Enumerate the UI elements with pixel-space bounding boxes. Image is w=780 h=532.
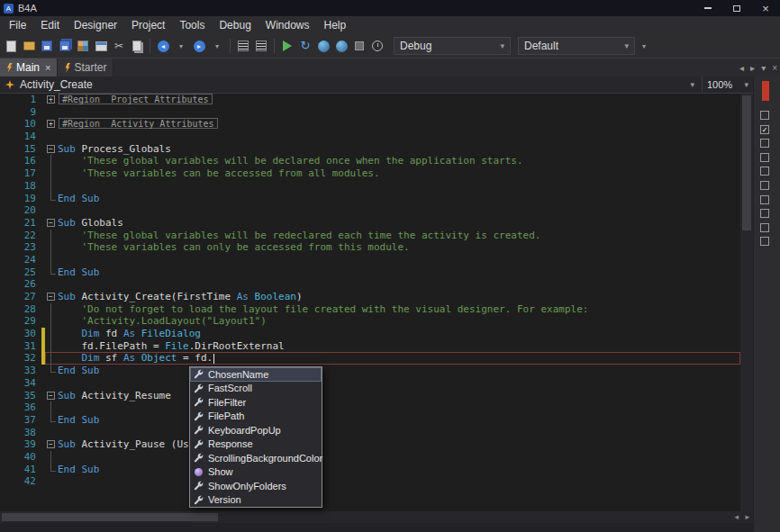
line-number[interactable]: 34 [0, 377, 41, 390]
sub-navigation-bar[interactable]: Activity_Create ▾ 100% ▾ [0, 77, 753, 94]
fold-toggle-icon[interactable]: − [47, 440, 55, 448]
line-number[interactable]: 39 [0, 438, 41, 451]
wireless-connect-icon[interactable] [332, 35, 350, 57]
editor-line[interactable]: 25End Sub [0, 266, 740, 279]
editor-line[interactable]: 22 'These global variables will be redec… [0, 230, 740, 242]
panel-checkbox[interactable] [760, 181, 769, 190]
menu-item-edit[interactable]: Edit [33, 16, 67, 34]
horizontal-scrollbar-thumb[interactable] [2, 513, 218, 521]
uncomment-icon[interactable] [252, 35, 270, 57]
completion-item-version[interactable]: Version [190, 493, 322, 508]
zoom-select[interactable]: 100% ▾ [703, 77, 753, 94]
tab-scroll-left-icon[interactable]: ◂ [739, 63, 744, 73]
completion-item-filepath[interactable]: FilePath [190, 410, 322, 424]
line-number[interactable]: 37 [0, 414, 41, 427]
editor-line[interactable]: 40 [0, 451, 740, 464]
line-number[interactable]: 42 [0, 475, 41, 488]
menu-item-debug[interactable]: Debug [212, 16, 258, 34]
panel-checkbox[interactable]: ✓ [760, 125, 769, 134]
back-history-icon[interactable]: ▾ [172, 35, 190, 57]
modules-icon[interactable] [92, 35, 110, 57]
menu-item-file[interactable]: File [2, 16, 33, 34]
build-configuration-combo[interactable]: Default▾ [518, 37, 635, 55]
editor-line[interactable]: 18 [0, 180, 740, 193]
vertical-scrollbar[interactable] [740, 94, 753, 511]
designer-icon[interactable] [74, 35, 92, 57]
navigate-back-icon[interactable]: ◂ [154, 35, 172, 57]
close-tab-icon[interactable]: × [45, 63, 50, 73]
editor-line[interactable]: 29 'Activity.LoadLayout("Layout1") [0, 315, 740, 328]
editor-line[interactable]: 27−Sub Activity_Create(FirstTime As Bool… [0, 291, 740, 303]
new-project-icon[interactable] [2, 35, 20, 57]
completion-item-showonlyfolders[interactable]: ShowOnlyFolders [190, 479, 322, 493]
menu-item-help[interactable]: Help [317, 16, 354, 34]
line-number[interactable]: 30 [0, 328, 41, 340]
menu-item-tools[interactable]: Tools [172, 16, 212, 34]
editor-line[interactable]: 33End Sub [0, 365, 740, 377]
forward-history-icon[interactable]: ▾ [208, 35, 226, 57]
line-number[interactable]: 41 [0, 464, 41, 476]
save-all-icon[interactable] [56, 35, 74, 57]
completion-item-show[interactable]: Show [190, 465, 322, 480]
line-number[interactable]: 19 [0, 193, 41, 205]
editor-line[interactable]: 32 Dim sf As Object = fd. [0, 352, 740, 365]
line-number[interactable]: 38 [0, 427, 41, 439]
stop-icon[interactable] [350, 35, 368, 57]
editor-line[interactable]: 23 'These variables can only be accessed… [0, 241, 740, 254]
fold-toggle-icon[interactable]: − [47, 219, 55, 227]
editor-line[interactable]: 38 [0, 427, 740, 439]
editor-line[interactable]: 26 [0, 278, 740, 291]
close-tab-group-icon[interactable]: × [772, 63, 777, 73]
completion-item-chosenname[interactable]: ChosenName [190, 367, 322, 382]
panel-checkbox[interactable] [760, 209, 769, 218]
line-number[interactable]: 36 [0, 401, 41, 414]
editor-line[interactable]: 10+#Region Activity Attributes [0, 118, 740, 131]
line-number[interactable]: 40 [0, 451, 41, 464]
line-number[interactable]: 31 [0, 340, 41, 353]
completion-item-keyboardpopup[interactable]: KeyboardPopUp [190, 423, 322, 437]
line-number[interactable]: 35 [0, 390, 41, 402]
editor-line[interactable]: 39−Sub Activity_Pause (Use [0, 438, 740, 451]
scroll-right-icon[interactable]: ▸ [745, 512, 749, 521]
line-number[interactable]: 22 [0, 230, 41, 242]
menu-item-project[interactable]: Project [124, 16, 172, 34]
line-number[interactable]: 25 [0, 266, 41, 279]
fold-toggle-icon[interactable]: − [47, 293, 55, 301]
editor-line[interactable]: 24 [0, 254, 740, 266]
restore-button[interactable] [722, 0, 751, 16]
tab-starter[interactable]: Starter [58, 59, 113, 77]
editor-line[interactable]: 30 Dim fd As FileDialog [0, 328, 740, 340]
editor-line[interactable]: 28 'Do not forget to load the layout fil… [0, 303, 740, 316]
panel-checkbox[interactable] [760, 139, 769, 148]
run-mode-combo[interactable]: Debug▾ [394, 37, 511, 55]
menu-item-designer[interactable]: Designer [67, 16, 124, 34]
editor-line[interactable]: 17 'These variables can be accessed from… [0, 167, 740, 180]
line-number[interactable]: 32 [0, 352, 41, 365]
editor-line[interactable]: 21−Sub Globals [0, 217, 740, 230]
editor-line[interactable]: 42 [0, 475, 740, 488]
editor-line[interactable]: 9 [0, 106, 740, 119]
line-number[interactable]: 20 [0, 204, 41, 217]
editor-line[interactable]: 20 [0, 204, 740, 217]
editor-line[interactable]: 36 [0, 401, 740, 414]
tab-main[interactable]: Main× [0, 59, 58, 77]
completion-item-filefilter[interactable]: FileFilter [190, 395, 322, 410]
scroll-left-icon[interactable]: ◂ [734, 512, 739, 521]
resume-icon[interactable] [314, 35, 332, 57]
run-icon[interactable] [278, 35, 296, 57]
line-number[interactable]: 28 [0, 303, 41, 316]
sub-dropdown-icon[interactable]: ▾ [690, 80, 694, 89]
editor-line[interactable]: 37End Sub [0, 414, 740, 427]
close-button[interactable]: × [751, 0, 780, 16]
panel-checkbox[interactable] [760, 223, 769, 232]
copy-icon[interactable] [128, 35, 146, 57]
vertical-scrollbar-thumb[interactable] [742, 95, 751, 230]
clean-project-icon[interactable] [368, 35, 386, 57]
comment-icon[interactable] [234, 35, 252, 57]
panel-checkbox[interactable] [760, 167, 769, 176]
line-number[interactable]: 14 [0, 131, 41, 143]
completion-item-scrollingbackgroundcolor[interactable]: ScrollingBackgroundColor [190, 451, 322, 465]
navigate-forward-icon[interactable]: ▸ [190, 35, 208, 57]
fold-toggle-icon[interactable]: − [47, 145, 55, 153]
editor-line[interactable]: 34 [0, 377, 740, 390]
